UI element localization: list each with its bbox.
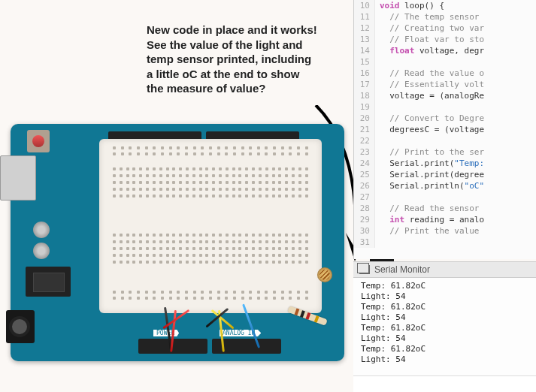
code-line[interactable]: 19 xyxy=(354,101,536,113)
code-line[interactable]: 29 int reading = analo xyxy=(354,214,536,225)
code-line[interactable]: 26 Serial.println("oC" xyxy=(354,180,536,191)
microcontroller-chip xyxy=(26,267,71,297)
code-line[interactable]: 16 // Read the value o xyxy=(354,68,536,79)
serial-monitor-title: Serial Monitor xyxy=(374,264,430,275)
code-line[interactable]: 20 // Convert to Degre xyxy=(354,113,536,124)
power-jack xyxy=(6,310,35,343)
code-line[interactable]: 27 xyxy=(354,191,536,203)
code-line[interactable]: 14 float voltage, degr xyxy=(354,45,536,56)
code-line[interactable]: 24 Serial.print("Temp: xyxy=(354,158,536,169)
reset-button[interactable] xyxy=(27,130,50,152)
serial-monitor-icon xyxy=(359,265,370,274)
code-line[interactable]: 12 // Creating two var xyxy=(354,23,536,34)
code-line[interactable]: 13 // Float var to sto xyxy=(354,34,536,45)
code-line[interactable]: 21 degreesC = (voltage xyxy=(354,124,536,135)
code-line[interactable]: 23 // Print to the ser xyxy=(354,146,536,158)
code-line[interactable]: 22 xyxy=(354,135,536,146)
serial-monitor-output: Temp: 61.82oC Light: 54 Temp: 61.82oC Li… xyxy=(353,278,536,375)
code-line[interactable]: 10void loop() { xyxy=(354,0,536,11)
code-line[interactable]: 31 xyxy=(354,237,536,248)
code-line[interactable]: 25 Serial.print(degree xyxy=(354,169,536,180)
serial-monitor-header[interactable]: Serial Monitor xyxy=(353,261,536,278)
user-annotation: New code in place and it works! See the … xyxy=(147,23,346,96)
capacitor xyxy=(33,243,50,259)
code-line[interactable]: 18 voltage = (analogRe xyxy=(354,90,536,101)
code-editor[interactable]: 10void loop() {11 // The temp sensor 12 … xyxy=(353,0,536,259)
code-line[interactable]: 15 xyxy=(354,56,536,68)
power-label: POWER xyxy=(153,330,179,336)
code-line[interactable]: 11 // The temp sensor xyxy=(354,11,536,23)
code-line[interactable]: 17 // Essentially volt xyxy=(354,79,536,90)
serial-monitor-input[interactable] xyxy=(353,375,536,392)
breadboard[interactable]: TMP xyxy=(99,139,322,313)
code-line[interactable]: 28 // Read the sensor xyxy=(354,203,536,214)
circuit-workspace[interactable]: New code in place and it works! See the … xyxy=(0,0,353,392)
photoresistor-component[interactable] xyxy=(317,267,332,282)
usb-port xyxy=(0,155,36,201)
capacitor xyxy=(33,222,50,238)
code-line[interactable]: 30 // Print the value xyxy=(354,225,536,237)
